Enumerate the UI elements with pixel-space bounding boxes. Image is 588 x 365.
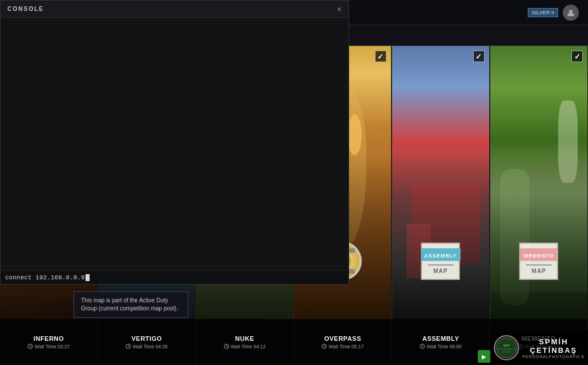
console-header: CONSOLE ×	[1, 1, 349, 18]
memento-badge-rect: MEMENTO MAP	[519, 243, 558, 280]
svg-line-22	[422, 347, 423, 347]
inferno-name: Inferno	[33, 335, 64, 342]
console-input-text[interactable]: connect 192.168.0.0.9	[5, 274, 85, 281]
overpass-wait: Wait Time 05:17	[322, 344, 363, 349]
console-input-line: connect 192.168.0.0.9	[1, 270, 349, 284]
overpass-info: Overpass Wait Time 05:17	[294, 319, 392, 365]
vertigo-wait-text: Wait Time 04:35	[133, 344, 168, 349]
svg-text:MAP: MAP	[503, 344, 510, 347]
vertigo-info: Vertigo Wait Time 04:35	[98, 319, 196, 365]
map-card-assembly[interactable]: ASSEMBLY MAP	[392, 46, 490, 319]
vertigo-wait: Wait Time 04:35	[126, 344, 168, 349]
vertigo-clock-icon	[126, 344, 131, 349]
overpass-checkbox[interactable]	[375, 51, 386, 62]
watermark-name: SPMİH ÇETİNBAŞ	[523, 337, 585, 355]
assembly-wait-text: Wait Time 06:50	[427, 344, 462, 349]
watermark: MAP PERSONALY1C BLOG OF SPMİH ÇETİNBAŞ P…	[490, 331, 588, 365]
nuke-wait: Wait Time 04:12	[224, 344, 266, 349]
inferno-wait: Wait Time 03:27	[28, 344, 69, 349]
svg-text:BLOG OF: BLOG OF	[502, 351, 511, 354]
nuke-clock-icon	[224, 344, 229, 349]
top-bar-right: SILVER II	[528, 5, 579, 21]
memento-checkbox[interactable]	[571, 51, 583, 62]
console-cursor	[86, 274, 90, 281]
vertigo-name: Vertigo	[131, 335, 162, 342]
svg-line-13	[128, 347, 129, 347]
console-overlay: CONSOLE × connect 192.168.0.0.9	[0, 0, 349, 285]
user-avatar[interactable]	[563, 5, 579, 21]
watermark-sub: PERSONALPHOTOGRPH.E	[523, 355, 585, 359]
assembly-badge: ASSEMBLY MAP	[420, 240, 461, 282]
overpass-name: Overpass	[324, 335, 361, 342]
overpass-clock-icon	[322, 344, 327, 349]
console-close-button[interactable]: ×	[337, 5, 342, 14]
overpass-wait-text: Wait Time 05:17	[328, 344, 363, 349]
nuke-info: Nuke Wait Time 04:12	[196, 319, 294, 365]
svg-line-10	[30, 347, 32, 347]
memento-badge-name: MEMENTO	[524, 253, 554, 259]
assembly-wait: Wait Time 06:50	[420, 344, 462, 349]
watermark-text-area: SPMİH ÇETİNBAŞ PERSONALPHOTOGRPH.E	[523, 337, 585, 359]
assembly-badge-rect: ASSEMBLY MAP	[421, 243, 460, 280]
watermark-logo-svg: MAP PERSONALY1C BLOG OF	[496, 337, 517, 358]
tooltip-text: This map is part of the Active Duty Grou…	[81, 297, 178, 312]
memento-badge-map-text: MAP	[532, 268, 546, 274]
assembly-clock-icon	[420, 344, 425, 349]
nuke-wait-text: Wait Time 04:12	[231, 344, 266, 349]
map-tooltip: This map is part of the Active Duty Grou…	[74, 291, 188, 318]
green-indicator-icon: ▶	[482, 354, 486, 360]
assembly-badge-map-text: MAP	[434, 268, 448, 274]
nuke-name: Nuke	[235, 335, 254, 342]
assembly-info: Assembly Wait Time 06:50	[392, 319, 490, 365]
svg-line-19	[324, 347, 326, 347]
green-indicator: ▶	[478, 350, 490, 363]
console-body: connect 192.168.0.0.9	[1, 18, 349, 284]
watermark-logo-circle: MAP PERSONALY1C BLOG OF	[494, 335, 519, 360]
inferno-clock-icon	[28, 344, 33, 349]
inferno-wait-text: Wait Time 03:27	[34, 344, 69, 349]
rank-badge: SILVER II	[528, 8, 558, 17]
assembly-checkbox[interactable]	[473, 51, 485, 62]
svg-line-16	[226, 347, 227, 347]
svg-text:PERSONALY1C: PERSONALY1C	[498, 348, 514, 351]
map-card-memento[interactable]: MEMENTO MAP	[490, 46, 588, 319]
assembly-name: Assembly	[422, 335, 459, 342]
assembly-badge-name: ASSEMBLY	[424, 253, 457, 259]
memento-badge: MEMENTO MAP	[518, 240, 559, 282]
console-title: CONSOLE	[7, 6, 337, 12]
inferno-info: Inferno Wait Time 03:27	[0, 319, 98, 365]
